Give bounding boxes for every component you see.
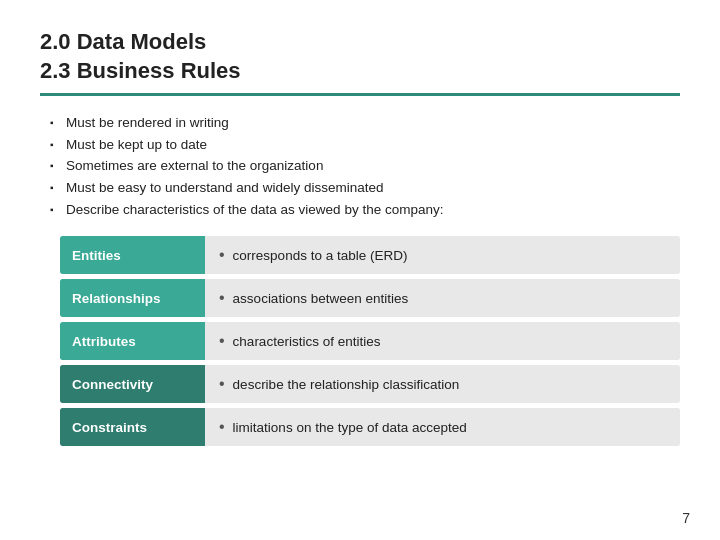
page-number: 7 [682, 510, 690, 526]
main-title: 2.0 Data Models [40, 28, 680, 57]
table-row: Connectivitydescribe the relationship cl… [60, 365, 680, 403]
bullet-list: Must be rendered in writingMust be kept … [40, 112, 680, 220]
divider [40, 93, 680, 96]
bullet-item: Must be kept up to date [50, 134, 680, 156]
table-row: Attributescharacteristics of entities [60, 322, 680, 360]
table-row: Entitiescorresponds to a table (ERD) [60, 236, 680, 274]
row-label: Attributes [60, 322, 205, 360]
row-content: associations between entities [205, 279, 680, 317]
row-label: Entities [60, 236, 205, 274]
row-label: Constraints [60, 408, 205, 446]
table-row: Relationshipsassociations between entiti… [60, 279, 680, 317]
row-label: Relationships [60, 279, 205, 317]
row-content: corresponds to a table (ERD) [205, 236, 680, 274]
row-label: Connectivity [60, 365, 205, 403]
bullet-item: Must be easy to understand and widely di… [50, 177, 680, 199]
bullet-item: Sometimes are external to the organizati… [50, 155, 680, 177]
title-section: 2.0 Data Models 2.3 Business Rules [40, 28, 680, 85]
bullet-item: Describe characteristics of the data as … [50, 199, 680, 221]
row-content: characteristics of entities [205, 322, 680, 360]
row-content: describe the relationship classification [205, 365, 680, 403]
bullet-item: Must be rendered in writing [50, 112, 680, 134]
table-row: Constraintslimitations on the type of da… [60, 408, 680, 446]
sub-title: 2.3 Business Rules [40, 57, 680, 86]
slide-page: 2.0 Data Models 2.3 Business Rules Must … [0, 0, 720, 540]
row-content: limitations on the type of data accepted [205, 408, 680, 446]
table-section: Entitiescorresponds to a table (ERD)Rela… [40, 236, 680, 446]
